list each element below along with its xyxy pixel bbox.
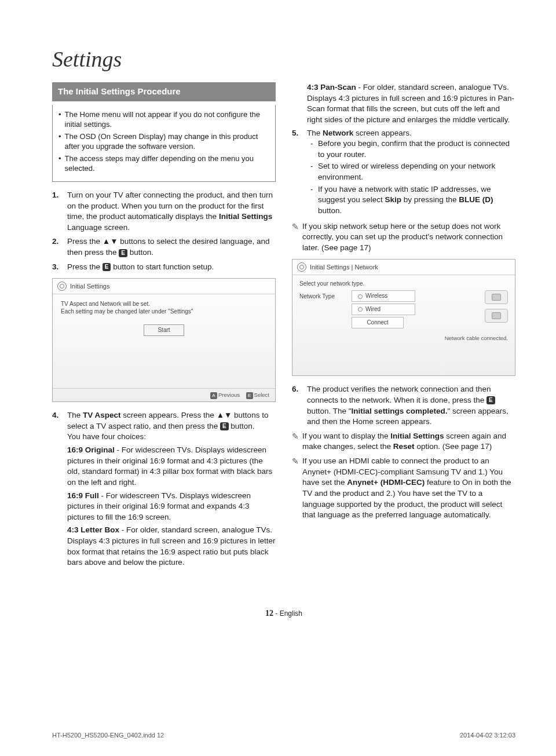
t: TV Aspect and Network will be set. [61,300,267,308]
t-bold: 4:3 Letter Box [67,525,119,534]
network-row: Network Type Wireless Wired Connect [299,290,508,331]
print-date: 2014-04-02 3:12:03 [460,732,515,739]
page-number: 12 [265,609,273,618]
info-text: The OSD (On Screen Display) may change i… [65,132,269,152]
network-status: Network cable connected. [299,334,508,342]
info-box: The Home menu will not appear if you do … [52,105,276,182]
t: If you use an HDMI cable to connect the … [302,456,515,521]
note-item: If you skip network setup here or the se… [292,221,515,254]
step-number: 6. [292,384,307,428]
t: Press the [67,262,103,271]
step-number: 5. [292,128,307,218]
print-file: HT-H5200_HS5200-ENG_0402.indd 12 [52,732,164,739]
t: If you want to display the Initial Setti… [302,431,515,452]
t: The product verifies the network connect… [307,385,491,404]
step-text: Turn on your TV after connecting the pro… [67,190,276,233]
enter-icon [103,263,111,271]
step-2: 2. Press the ▲▼ buttons to select the de… [52,236,276,258]
gear-icon [297,262,306,272]
t: If you have a network with static IP add… [318,184,515,217]
osd-initial-settings: Initial Settings TV Aspect and Network w… [52,278,276,402]
t: Set to wired or wireless depending on yo… [318,161,515,182]
step-3: 3. Press the button to start function se… [52,262,276,273]
osd-title: Initial Settings [70,282,109,291]
t: button to start function setup. [111,262,214,271]
note-item: If you want to display the Initial Setti… [292,431,515,452]
info-text: The access steps may differ depending on… [65,154,269,174]
enter-icon [119,249,127,257]
t: Press the ▲▼ buttons to select the desir… [67,237,269,257]
t: button. [229,422,255,430]
osd-titlebar: Initial Settings [53,279,275,294]
enter-icon [487,396,495,404]
t-bold: Reset [393,442,415,451]
t: If you want to display the [302,432,390,440]
connect-button[interactable]: Connect [352,317,404,328]
step-number: 4. [52,410,67,571]
two-column-layout: The Initial Settings Procedure The Home … [52,82,515,574]
t-bold: 16:9 Original [67,445,115,454]
page-title: Settings [52,46,515,72]
option-wireless[interactable]: Wireless [352,290,415,302]
t-bold: 4:3 Pan-Scan [307,83,356,92]
t-bold: Initial Settings [219,212,272,221]
step-text: Press the ▲▼ buttons to select the desir… [67,236,276,258]
step-5: 5. The Network screen appears. Before yo… [292,128,515,218]
jack-icon [485,309,508,323]
t: button. [127,248,153,257]
enter-icon [220,422,229,430]
page-container: Settings The Initial Settings Procedure … [0,0,556,756]
start-button[interactable]: Start [144,324,184,336]
t: Each setting may be changed later under … [61,308,267,315]
osd-body: TV Aspect and Network will be set. Each … [53,294,275,388]
step-number: 1. [52,190,67,233]
t: Language screen. [67,223,130,232]
step-4-continued: 4:3 Pan-Scan - For older, standard scree… [307,82,515,126]
t-bold: Anynet+ (HDMI-CEC) [347,478,425,487]
osd-footer: APrevious ESelect [53,388,275,401]
step-6: 6. The product verifies the network conn… [292,384,515,428]
step-text: The Network screen appears. Before you b… [307,128,515,218]
t: option. (See page 17) [415,442,492,451]
osd-body: Select your network type. Network Type W… [292,275,515,375]
print-footer: HT-H5200_HS5200-ENG_0402.indd 12 2014-04… [0,732,556,756]
step-number: 2. [52,236,67,258]
t: You have four choices: [67,432,276,443]
t: Select [254,392,269,398]
t: by pressing the [401,195,459,204]
info-bullet: The OSD (On Screen Display) may change i… [58,132,269,152]
t: Previous [218,392,240,398]
osd-network: Initial Settings | Network Select your n… [292,259,515,376]
step-1: 1. Turn on your TV after connecting the … [52,190,276,233]
network-type-label: Network Type [299,290,352,301]
option-wired[interactable]: Wired [352,304,415,315]
network-options: Wireless Wired Connect [352,290,438,330]
page-footer: 12 - English [52,609,515,618]
t-bold: Initial Settings [390,432,444,440]
note-item: If you use an HDMI cable to connect the … [292,456,515,521]
t: The [307,129,323,137]
step-number: 3. [52,262,67,273]
t-bold: Initial settings completed. [352,407,448,415]
t-bold: Network [323,129,353,137]
info-bullet: The Home menu will not appear if you do … [58,109,269,130]
step-text: Press the button to start function setup… [67,262,276,273]
page-lang: - English [273,609,302,618]
sub-item: Before you begin, confirm that the produ… [310,138,515,160]
t: If you skip network setup here or the se… [302,221,515,254]
t: screen appears. [353,129,412,137]
t-bold: TV Aspect [83,411,121,419]
step-text: The TV Aspect screen appears. Press the … [67,410,276,571]
osd-note: TV Aspect and Network will be set. Each … [61,300,267,315]
sub-item: Set to wired or wireless depending on yo… [310,161,515,182]
t: button. [318,206,342,215]
right-column: 4:3 Pan-Scan - For older, standard scree… [292,82,515,574]
gear-icon [57,282,67,291]
osd-subtitle: Select your network type. [299,280,508,288]
network-jack-illustration [438,290,508,331]
t-bold: BLUE (D) [459,195,493,204]
jack-icon [485,290,508,304]
t-bold: Skip [385,195,402,204]
t-bold: 16:9 Full [67,491,99,500]
info-bullet: The access steps may differ depending on… [58,154,269,174]
